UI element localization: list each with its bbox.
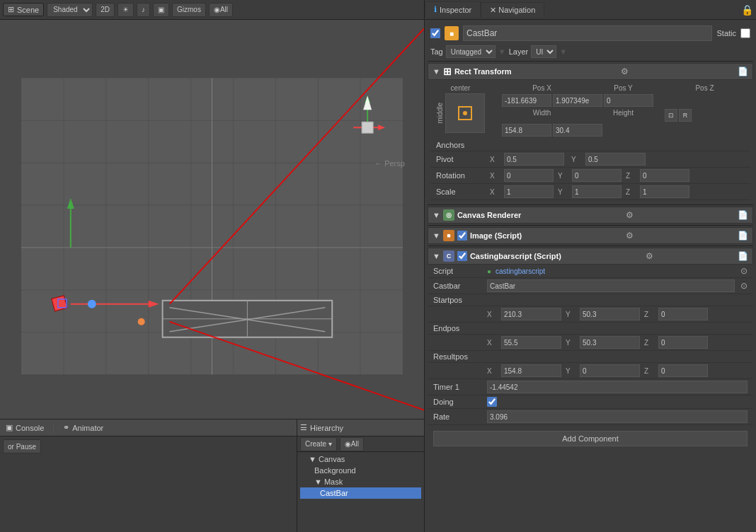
- rt-doc-button[interactable]: 📄: [738, 66, 748, 76]
- ep-x-label: X: [487, 339, 497, 347]
- is-gear[interactable]: ⚙: [626, 231, 634, 241]
- rect-btn[interactable]: ⊡: [665, 109, 677, 122]
- lighting-button[interactable]: ☀: [118, 3, 134, 17]
- pos-x-header: Pos X: [502, 84, 582, 92]
- pivot-label: Pivot: [436, 155, 486, 163]
- cbs-doc[interactable]: 📄: [738, 251, 748, 261]
- cr-doc[interactable]: 📄: [738, 210, 748, 220]
- rot-y-input[interactable]: [572, 169, 622, 182]
- scale-y-input[interactable]: [572, 185, 622, 198]
- resultpos-z-input[interactable]: [658, 364, 708, 377]
- endpos-z-input[interactable]: [658, 336, 708, 349]
- static-checkbox[interactable]: [740, 28, 750, 38]
- script-circle-btn[interactable]: ⊙: [740, 266, 748, 276]
- width-header: Width: [502, 109, 582, 122]
- rt-gear-button[interactable]: ⚙: [621, 66, 629, 76]
- pivot-x-input[interactable]: [504, 153, 564, 166]
- rate-input[interactable]: [487, 410, 748, 423]
- hierarchy-item-background[interactable]: Background: [300, 465, 421, 476]
- navigation-tab[interactable]: ✕ Navigation: [481, 2, 544, 18]
- effects-button[interactable]: ▣: [153, 3, 169, 17]
- svg-point-35: [88, 300, 96, 308]
- hierarchy-item-mask[interactable]: ▼ Mask: [300, 476, 421, 487]
- scale-x-input[interactable]: [504, 185, 554, 198]
- startpos-x-input[interactable]: [501, 308, 561, 320]
- inspector-tab-icon: ℹ: [434, 5, 437, 14]
- endpos-x-input[interactable]: [501, 336, 561, 349]
- scene-toolbar: ⊞ Scene Shaded 2D ☀ ♪ ▣ Gizmos ◉All: [0, 0, 424, 20]
- 2d-button[interactable]: 2D: [96, 3, 115, 17]
- anchor-label: center: [451, 84, 471, 92]
- console-icon: ▣: [6, 423, 13, 432]
- timer1-input[interactable]: [487, 381, 748, 393]
- castbar-input[interactable]: [487, 279, 735, 292]
- resultpos-x-input[interactable]: [501, 364, 561, 377]
- nav-tab-label: Navigation: [498, 6, 535, 14]
- object-enabled-checkbox[interactable]: [430, 28, 440, 38]
- hierarchy-search[interactable]: ◉All: [340, 437, 364, 451]
- middle-label: middle: [436, 103, 444, 123]
- image-script-icon: ■: [443, 230, 454, 241]
- scale-z-input[interactable]: [640, 185, 689, 198]
- animator-icon: ⚭: [63, 423, 69, 432]
- gizmos-button[interactable]: Gizmos: [172, 3, 206, 17]
- cr-gear[interactable]: ⚙: [626, 210, 634, 220]
- scale-x-label: X: [490, 188, 500, 196]
- scale-row: Scale X Y Z: [430, 184, 750, 200]
- canvas-renderer-header[interactable]: ▼ ◎ Canvas Renderer ⚙ 📄: [428, 207, 753, 224]
- r-btn[interactable]: R: [679, 109, 692, 122]
- startpos-label: Startpos: [433, 296, 483, 304]
- object-name-input[interactable]: [463, 25, 712, 41]
- rot-x-label: X: [490, 172, 500, 180]
- hierarchy-item-castbar[interactable]: CastBar: [300, 487, 421, 499]
- is-doc[interactable]: 📄: [738, 231, 748, 241]
- castingbar-script-header[interactable]: ▼ C Castingbarscript (Script) ⚙ 📄: [428, 248, 753, 265]
- tag-select[interactable]: Untagged: [446, 45, 496, 58]
- castingbar-script-title: Castingbarscript (Script): [470, 252, 561, 260]
- script-value[interactable]: castingbarscript: [496, 267, 545, 275]
- console-tab-label[interactable]: ▣ Console: [6, 423, 44, 432]
- resultpos-row: X Y Z: [428, 363, 753, 379]
- audio-button[interactable]: ♪: [137, 3, 150, 17]
- cbs-gear[interactable]: ⚙: [646, 251, 653, 261]
- image-script-header[interactable]: ▼ ■ Image (Script) ⚙ 📄: [428, 227, 753, 244]
- endpos-y-input[interactable]: [580, 336, 640, 349]
- inspector-tab[interactable]: ℹ Inspector: [425, 1, 481, 18]
- pos-x-input[interactable]: [502, 94, 551, 107]
- pos-y-input[interactable]: [553, 94, 602, 107]
- pause-button[interactable]: or Pause: [3, 439, 41, 453]
- castingbar-enabled-checkbox[interactable]: [457, 251, 467, 261]
- lock-button[interactable]: 🔒: [741, 4, 753, 16]
- resultpos-y-input[interactable]: [580, 364, 640, 377]
- shading-select[interactable]: Shaded: [47, 3, 93, 17]
- rect-transform-header[interactable]: ▼ ⊞ Rect Transform ⚙ 📄: [428, 63, 753, 80]
- inspector-tab-label: Inspector: [440, 6, 471, 14]
- castingbar-script-icon: C: [443, 250, 454, 262]
- pivot-y-input[interactable]: [585, 153, 646, 166]
- pos-z-header: Pos Z: [665, 84, 745, 92]
- doing-checkbox[interactable]: [487, 397, 497, 407]
- hierarchy-item-canvas[interactable]: ▼ Canvas: [300, 453, 421, 465]
- pos-z-input[interactable]: [604, 94, 653, 107]
- castbar-row: Castbar ⊙: [428, 278, 753, 294]
- create-button[interactable]: Create ▾: [300, 437, 337, 451]
- rotation-row: Rotation X Y Z: [430, 168, 750, 184]
- scene-tab[interactable]: ⊞ Scene: [3, 3, 44, 16]
- add-component-button[interactable]: Add Component: [433, 431, 748, 446]
- rt-icon: ⊞: [443, 66, 452, 77]
- rot-z-input[interactable]: [640, 169, 689, 182]
- animator-tab-label[interactable]: ⚭ Animator: [63, 423, 103, 432]
- rot-x-input[interactable]: [504, 169, 554, 182]
- height-input[interactable]: [553, 124, 602, 137]
- castbar-circle-btn[interactable]: ⊙: [740, 281, 748, 291]
- startpos-y-input[interactable]: [580, 308, 640, 320]
- rt-right-area: Pos X Pos Y Pos Z: [491, 84, 745, 137]
- anchor-widget[interactable]: [445, 93, 485, 133]
- image-enabled-checkbox[interactable]: [457, 231, 467, 241]
- width-input[interactable]: [502, 124, 551, 137]
- layer-select[interactable]: UI: [531, 45, 556, 58]
- rt-col-headers: Pos X Pos Y Pos Z: [491, 84, 745, 92]
- startpos-z-input[interactable]: [658, 308, 708, 320]
- scene-viewport[interactable]: ← Persp: [0, 20, 424, 419]
- search-all-button[interactable]: ◉All: [209, 3, 233, 17]
